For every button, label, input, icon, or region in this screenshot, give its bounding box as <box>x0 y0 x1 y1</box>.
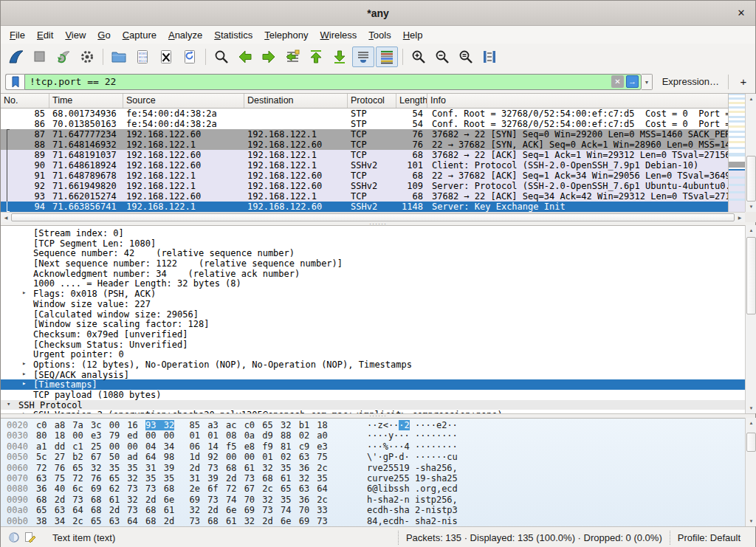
go-back-button[interactable] <box>234 47 256 67</box>
go-to-packet-button[interactable] <box>281 47 303 67</box>
detail-line[interactable]: [Checksum Status: Unverified] <box>1 340 745 350</box>
details-scrollbar[interactable] <box>745 225 756 413</box>
hex-row[interactable]: 0020c0 a8 7a 3c 00 16 93 32 85 a3 ac c0 … <box>1 420 745 430</box>
scroll-up-icon[interactable] <box>746 225 756 235</box>
column-header-no[interactable]: No. <box>1 94 49 108</box>
packet-row[interactable]: 8568.001734936fe:54:00:d4:38:2aSTP54Conf… <box>1 109 728 119</box>
save-file-button[interactable]: 010101100111 <box>131 47 154 67</box>
scroll-right-icon[interactable] <box>735 213 745 222</box>
close-file-button[interactable] <box>155 47 177 67</box>
capture-comment-button[interactable] <box>24 531 36 543</box>
detail-line[interactable]: [Stream index: 0] <box>1 228 745 238</box>
packet-row[interactable]: 9271.661949820192.168.122.1192.168.122.6… <box>1 181 728 191</box>
hex-scrollbar[interactable] <box>745 418 756 526</box>
scroll-up-icon[interactable] <box>746 418 756 428</box>
title-bar[interactable]: *any ✕ <box>1 1 755 26</box>
detail-line-selected[interactable]: ▸[Timestamps] <box>1 379 745 390</box>
detail-line[interactable]: [Window size scaling factor: 128] <box>1 319 745 329</box>
restart-capture-button[interactable] <box>52 47 75 67</box>
detail-line-expandable[interactable]: ▸Flags: 0x018 (PSH, ACK) <box>1 289 745 299</box>
menu-help[interactable]: Help <box>397 27 429 43</box>
zoom-original-button[interactable] <box>455 47 477 67</box>
zoom-out-button[interactable] <box>431 47 453 67</box>
detail-line[interactable]: Checksum: 0x79ed [unverified] <box>1 329 745 340</box>
menu-telephony[interactable]: Telephony <box>258 27 314 43</box>
filter-dropdown-icon[interactable]: ▼ <box>642 74 653 90</box>
close-icon[interactable]: ✕ <box>735 7 748 20</box>
first-packet-button[interactable] <box>305 47 327 67</box>
scrollbar-thumb[interactable] <box>746 156 756 202</box>
hex-row[interactable]: 003080 18 00 e3 79 ed 00 00 01 01 08 0a … <box>1 430 745 441</box>
hex-row[interactable]: 006072 76 65 32 35 35 31 39 2d 73 68 61 … <box>1 463 745 473</box>
menu-file[interactable]: File <box>4 27 31 43</box>
profile-selector[interactable]: Profile: Default <box>670 531 748 545</box>
hex-row[interactable]: 007063 75 72 76 65 32 35 35 31 39 2d 73 … <box>1 473 745 484</box>
packet-row[interactable]: 9071.648618924192.168.122.60192.168.122.… <box>1 160 728 171</box>
detail-line-expandable[interactable]: ▸[SEQ/ACK analysis] <box>1 370 745 380</box>
detail-line[interactable]: TCP payload (1080 bytes) <box>1 390 745 400</box>
find-packet-button[interactable] <box>210 47 233 67</box>
detail-line[interactable]: Acknowledgment number: 34 (relative ack … <box>1 269 745 279</box>
scrollbar-thumb[interactable] <box>746 237 756 314</box>
filter-bookmark-button[interactable] <box>5 74 24 90</box>
packet-row[interactable]: 8670.013850163fe:54:00:d4:38:2aSTP54Conf… <box>1 119 728 129</box>
packet-row[interactable]: 8971.648191037192.168.122.60192.168.122.… <box>1 150 728 160</box>
menu-tools[interactable]: Tools <box>362 27 396 43</box>
add-filter-button[interactable]: + <box>736 75 751 88</box>
packet-list-scrollbar[interactable] <box>745 94 756 212</box>
hex-row[interactable]: 0040a1 dd c1 25 00 00 04 34 06 14 f5 e8 … <box>1 441 745 452</box>
detail-line-expandable[interactable]: ▸Options: (12 bytes), No-Operation (NOP)… <box>1 359 745 370</box>
zoom-in-button[interactable] <box>408 47 430 67</box>
expert-info-button[interactable] <box>8 531 20 543</box>
capture-options-button[interactable] <box>76 47 98 67</box>
stop-capture-button[interactable] <box>29 47 51 67</box>
filter-clear-icon[interactable]: ✕ <box>611 75 624 88</box>
detail-line[interactable]: Urgent pointer: 0 <box>1 349 745 359</box>
menu-capture[interactable]: Capture <box>117 27 162 43</box>
start-capture-button[interactable] <box>5 47 27 67</box>
scroll-down-icon[interactable] <box>746 516 756 526</box>
auto-scroll-button[interactable] <box>352 47 374 67</box>
detail-line-protocol[interactable]: ▾SSH Protocol <box>1 400 745 410</box>
hex-row[interactable]: 00b038 34 2c 65 63 64 68 2d 73 68 61 32 … <box>1 516 745 526</box>
column-header-time[interactable]: Time <box>49 94 123 108</box>
menu-statistics[interactable]: Statistics <box>208 27 258 43</box>
detail-line[interactable]: [TCP Segment Len: 1080] <box>1 238 745 249</box>
menu-edit[interactable]: Edit <box>31 27 59 43</box>
reload-file-button[interactable] <box>179 47 201 67</box>
menu-go[interactable]: Go <box>92 27 116 43</box>
packet-row[interactable]: 8871.648146932192.168.122.1192.168.122.6… <box>1 140 728 150</box>
hex-row[interactable]: 00a065 63 64 68 2d 73 68 61 32 2d 6e 69 … <box>1 505 745 515</box>
column-header-source[interactable]: Source <box>123 94 244 108</box>
column-header-length[interactable]: Length <box>396 94 427 108</box>
packet-row[interactable]: 8771.647777234192.168.122.60192.168.122.… <box>1 129 728 140</box>
packet-list-minimap[interactable] <box>728 94 745 212</box>
packet-row-selected[interactable]: 9471.663856741192.168.122.1192.168.122.6… <box>1 202 728 212</box>
open-file-button[interactable] <box>108 47 130 67</box>
column-header-protocol[interactable]: Protocol <box>348 94 396 108</box>
packet-row[interactable]: 9171.648789678192.168.122.1192.168.122.6… <box>1 171 728 181</box>
column-header-destination[interactable]: Destination <box>244 94 348 108</box>
menu-wireless[interactable]: Wireless <box>315 27 363 43</box>
scrollbar-thumb[interactable] <box>746 433 756 452</box>
scroll-down-icon[interactable] <box>746 403 756 413</box>
scroll-down-icon[interactable] <box>746 202 756 212</box>
packet-row[interactable]: 9371.662015274192.168.122.60192.168.122.… <box>1 191 728 202</box>
detail-line[interactable]: [Next sequence number: 1122 (relative se… <box>1 258 745 269</box>
menu-view[interactable]: View <box>59 27 92 43</box>
filter-apply-icon[interactable]: → <box>626 75 639 88</box>
hex-row[interactable]: 008036 40 6c 69 62 73 73 68 2e 6f 72 67 … <box>1 484 745 494</box>
menu-analyze[interactable]: Analyze <box>162 27 208 43</box>
display-filter-input[interactable] <box>30 76 611 87</box>
hex-row[interactable]: 009068 2d 73 68 61 32 2d 6e 69 73 74 70 … <box>1 495 745 505</box>
detail-line[interactable]: Sequence number: 42 (relative sequence n… <box>1 248 745 258</box>
detail-line[interactable]: Window size value: 227 <box>1 299 745 309</box>
go-forward-button[interactable] <box>258 47 280 67</box>
detail-line[interactable]: 1000 .... = Header Length: 32 bytes (8) <box>1 278 745 289</box>
expression-button[interactable]: Expression… <box>662 76 719 87</box>
hex-row[interactable]: 00505c 27 b2 67 50 ad 64 98 1d 92 00 00 … <box>1 452 745 462</box>
scroll-left-icon[interactable] <box>1 213 11 222</box>
column-header-info[interactable]: Info <box>427 94 728 108</box>
colorize-button[interactable] <box>376 47 398 67</box>
scroll-up-icon[interactable] <box>746 94 756 104</box>
